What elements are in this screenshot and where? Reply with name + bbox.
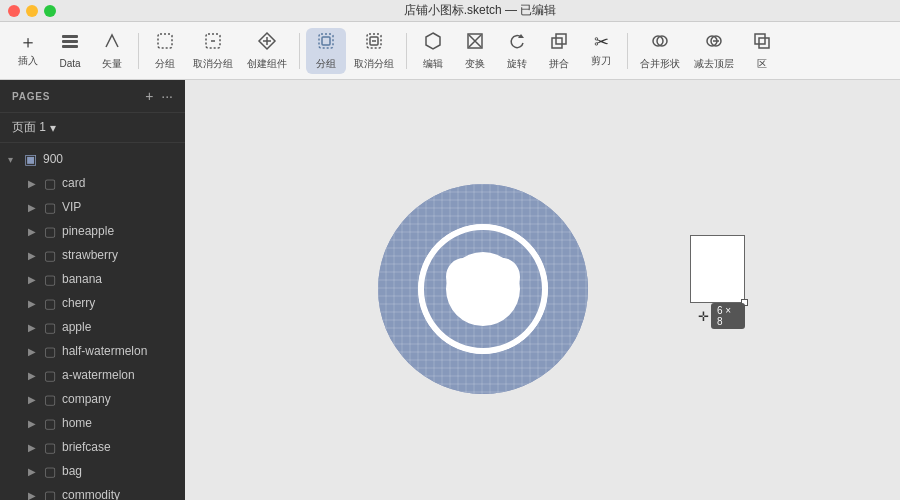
- scissors-label: 剪刀: [591, 54, 611, 68]
- minimize-button[interactable]: [26, 5, 38, 17]
- layer-item-bag[interactable]: ▶ ▢ bag: [0, 459, 185, 483]
- svg-rect-2: [62, 45, 78, 48]
- layer-name-card: card: [62, 176, 85, 190]
- layer-item-commodity[interactable]: ▶ ▢ commodity: [0, 483, 185, 500]
- create-component-icon: [257, 31, 277, 54]
- layer-item-banana[interactable]: ▶ ▢ banana: [0, 267, 185, 291]
- floating-element: ✛ 6 × 8: [690, 235, 745, 306]
- folder-icon-bag: ▢: [44, 464, 56, 479]
- combine-label: 拼合: [549, 57, 569, 71]
- layer-item-root[interactable]: ▾ ▣ 900: [0, 147, 185, 171]
- data-button[interactable]: Data: [50, 28, 90, 74]
- create-component-button[interactable]: 创建组件: [241, 28, 293, 74]
- edit-icon: [423, 31, 443, 54]
- vector-label: 矢量: [102, 57, 122, 71]
- folder-icon-home: ▢: [44, 416, 56, 431]
- group-label: 分组: [155, 57, 175, 71]
- more-options-button[interactable]: ···: [161, 88, 173, 104]
- layer-arrow-a-watermelon: ▶: [28, 370, 38, 381]
- toolbar-sep-3: [406, 33, 407, 69]
- layer-name-pineapple: pineapple: [62, 224, 114, 238]
- ungroup2-button[interactable]: 取消分组: [348, 28, 400, 74]
- layer-tree: ▾ ▣ 900 ▶ ▢ card ▶ ▢ VIP ▶ ▢ pineapple ▶: [0, 143, 185, 500]
- layer-name-banana: banana: [62, 272, 102, 286]
- page-name: 页面 1: [12, 119, 46, 136]
- svg-rect-25: [759, 38, 769, 48]
- sidebar-header-actions: + ···: [145, 88, 173, 104]
- layer-name-home: home: [62, 416, 92, 430]
- pages-section[interactable]: 页面 1 ▾: [0, 113, 185, 143]
- layer-arrow-cherry: ▶: [28, 298, 38, 309]
- data-label: Data: [59, 58, 80, 69]
- layer-item-half-watermelon[interactable]: ▶ ▢ half-watermelon: [0, 339, 185, 363]
- intersect-icon: [752, 31, 772, 54]
- add-page-button[interactable]: +: [145, 88, 153, 104]
- insert-label: 插入: [18, 54, 38, 68]
- folder-icon-commodity: ▢: [44, 488, 56, 501]
- svg-rect-18: [556, 34, 566, 44]
- layer-name-cherry: cherry: [62, 296, 95, 310]
- toolbar-edit-group: 编辑 变换 旋转 拼合 ✂ 剪刀: [413, 28, 621, 74]
- rotate-label: 旋转: [507, 57, 527, 71]
- artboard: [368, 174, 598, 407]
- layer-item-company[interactable]: ▶ ▢ company: [0, 387, 185, 411]
- svg-rect-24: [755, 34, 765, 44]
- layer-name-strawberry: strawberry: [62, 248, 118, 262]
- insert-button[interactable]: ＋ 插入: [8, 28, 48, 74]
- intersect-button[interactable]: 区: [742, 28, 782, 74]
- window-title: 店铺小图标.sketch — 已编辑: [68, 2, 892, 19]
- vector-icon: [102, 31, 122, 54]
- insert-icon: ＋: [19, 33, 37, 51]
- folder-icon-pineapple: ▢: [44, 224, 56, 239]
- layer-item-home[interactable]: ▶ ▢ home: [0, 411, 185, 435]
- folder-icon-cherry: ▢: [44, 296, 56, 311]
- vector-button[interactable]: 矢量: [92, 28, 132, 74]
- layer-name-vip: VIP: [62, 200, 81, 214]
- group2-button[interactable]: 分组: [306, 28, 346, 74]
- canvas-content: ✛ 6 × 8: [185, 80, 900, 500]
- layer-name-apple: apple: [62, 320, 91, 334]
- layer-arrow-half-watermelon: ▶: [28, 346, 38, 357]
- ungroup-button[interactable]: 取消分组: [187, 28, 239, 74]
- rotate-button[interactable]: 旋转: [497, 28, 537, 74]
- layer-item-briefcase[interactable]: ▶ ▢ briefcase: [0, 435, 185, 459]
- data-icon: [60, 32, 80, 55]
- layer-arrow-pineapple: ▶: [28, 226, 38, 237]
- scissors-button[interactable]: ✂ 剪刀: [581, 28, 621, 74]
- layer-item-vip[interactable]: ▶ ▢ VIP: [0, 195, 185, 219]
- svg-marker-14: [426, 33, 440, 49]
- layer-item-cherry[interactable]: ▶ ▢ cherry: [0, 291, 185, 315]
- toolbar-group-group: 分组 取消分组 创建组件: [145, 28, 293, 74]
- cursor-crosshair-icon: ✛: [698, 309, 709, 324]
- layer-name-a-watermelon: a-watermelon: [62, 368, 135, 382]
- transform-button[interactable]: 变换: [455, 28, 495, 74]
- merge-shapes-button[interactable]: 合并形状: [634, 28, 686, 74]
- heart-icon-svg: [368, 174, 598, 404]
- toolbar: ＋ 插入 Data 矢量 分组 取消分组: [0, 22, 900, 80]
- layer-item-pineapple[interactable]: ▶ ▢ pineapple: [0, 219, 185, 243]
- folder-icon-half-watermelon: ▢: [44, 344, 56, 359]
- close-button[interactable]: [8, 5, 20, 17]
- window-controls: [8, 5, 56, 17]
- layer-arrow-apple: ▶: [28, 322, 38, 333]
- combine-button[interactable]: 拼合: [539, 28, 579, 74]
- intersect-label: 区: [757, 57, 767, 71]
- layer-arrow-home: ▶: [28, 418, 38, 429]
- subtract-label: 减去顶层: [694, 57, 734, 71]
- layer-name-company: company: [62, 392, 111, 406]
- subtract-button[interactable]: 减去顶层: [688, 28, 740, 74]
- layer-arrow-bag: ▶: [28, 466, 38, 477]
- layer-arrow-company: ▶: [28, 394, 38, 405]
- layer-item-card[interactable]: ▶ ▢ card: [0, 171, 185, 195]
- ungroup-label: 取消分组: [193, 57, 233, 71]
- group-button[interactable]: 分组: [145, 28, 185, 74]
- layer-item-a-watermelon[interactable]: ▶ ▢ a-watermelon: [0, 363, 185, 387]
- layer-item-strawberry[interactable]: ▶ ▢ strawberry: [0, 243, 185, 267]
- layer-item-apple[interactable]: ▶ ▢ apple: [0, 315, 185, 339]
- svg-rect-3: [158, 34, 172, 48]
- edit-button[interactable]: 编辑: [413, 28, 453, 74]
- canvas[interactable]: ✛ 6 × 8: [185, 80, 900, 500]
- maximize-button[interactable]: [44, 5, 56, 17]
- folder-icon-card: ▢: [44, 176, 56, 191]
- merge-shapes-label: 合并形状: [640, 57, 680, 71]
